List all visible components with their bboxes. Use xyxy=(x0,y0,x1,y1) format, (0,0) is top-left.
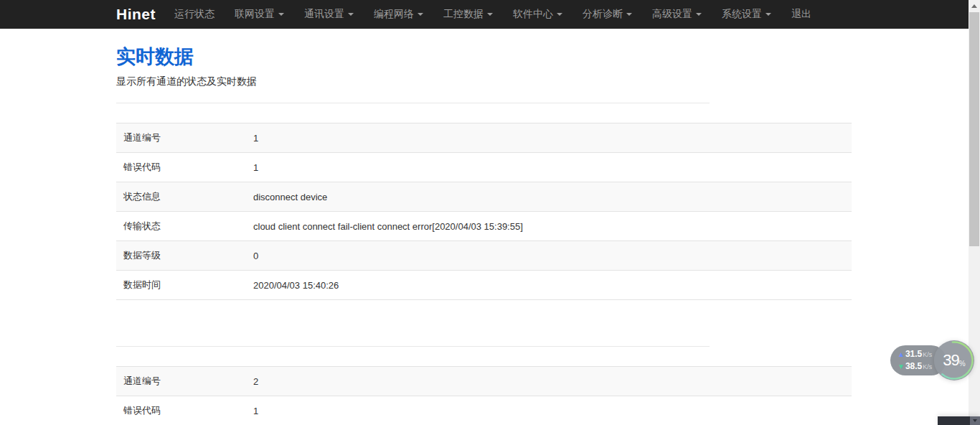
nav-menu: 运行状态 联网设置 通讯设置 编程网络 工控数据 软件中心 分析诊断 高级设置 … xyxy=(164,0,821,29)
table-row: 数据等级 0 xyxy=(116,241,852,271)
section-divider xyxy=(116,346,710,347)
row-value: 1 xyxy=(246,154,265,181)
upload-speed-value: 31.5 xyxy=(905,349,922,360)
page-title: 实时数据 xyxy=(116,44,852,70)
table-row: 状态信息 disconnect device xyxy=(116,182,852,212)
progress-ring-icon xyxy=(934,340,974,380)
download-arrow-icon: ▼ xyxy=(897,361,905,372)
popup-collapse-button[interactable] xyxy=(970,416,980,425)
row-label: 状态信息 xyxy=(116,182,246,211)
caret-down-icon xyxy=(278,13,284,16)
bottom-popup-sliver[interactable] xyxy=(938,416,980,425)
table-row: 数据时间 2020/04/03 15:40:26 xyxy=(116,271,852,300)
nav-item-advanced-settings[interactable]: 高级设置 xyxy=(642,0,712,29)
nav-item-logout[interactable]: 退出 xyxy=(781,0,821,29)
row-label: 传输状态 xyxy=(116,212,246,240)
scrollbar-up-button[interactable] xyxy=(969,0,980,12)
row-value: 2020/04/03 15:40:26 xyxy=(246,272,346,299)
download-speed-value: 38.5 xyxy=(905,361,922,372)
nav-item-industrial-data[interactable]: 工控数据 xyxy=(433,0,503,29)
row-value: disconnect device xyxy=(246,184,334,210)
nav-item-programming-network[interactable]: 编程网络 xyxy=(364,0,433,29)
nav-item-comm-settings[interactable]: 通讯设置 xyxy=(294,0,364,29)
download-speed-unit: K/s xyxy=(923,362,932,373)
caret-down-icon xyxy=(348,13,354,16)
chevron-down-icon xyxy=(973,419,977,422)
main-content: 实时数据 显示所有通道的状态及实时数据 通道编号 1 错误代码 1 状态信息 d… xyxy=(116,29,852,425)
table-row: 错误代码 1 xyxy=(116,153,852,182)
row-value: 1 xyxy=(246,125,265,151)
caret-down-icon xyxy=(487,13,493,16)
triangle-up-icon xyxy=(971,4,977,8)
table-row: 错误代码 1 xyxy=(116,396,852,425)
nav-item-network-settings[interactable]: 联网设置 xyxy=(225,0,294,29)
caret-down-icon xyxy=(765,13,771,16)
row-label: 通道编号 xyxy=(116,123,246,152)
upload-arrow-icon: ▲ xyxy=(897,349,905,360)
row-label: 通道编号 xyxy=(116,367,246,396)
upload-speed-unit: K/s xyxy=(923,350,932,360)
row-value: cloud client connect fail-client connect… xyxy=(246,213,530,240)
scrollbar-thumb[interactable] xyxy=(969,12,979,246)
caret-down-icon xyxy=(557,13,562,16)
table-row: 传输状态 cloud client connect fail-client co… xyxy=(116,212,852,241)
row-label: 数据时间 xyxy=(116,271,246,299)
nav-item-running-status[interactable]: 运行状态 xyxy=(164,0,225,29)
row-label: 数据等级 xyxy=(116,241,246,270)
page-subtitle: 显示所有通道的状态及实时数据 xyxy=(116,75,852,88)
caret-down-icon xyxy=(626,13,632,16)
row-value: 2 xyxy=(246,368,265,395)
header-divider xyxy=(116,103,710,103)
nav-item-analysis-diagnosis[interactable]: 分析诊断 xyxy=(573,0,642,29)
channel-1-table: 通道编号 1 错误代码 1 状态信息 disconnect device 传输状… xyxy=(116,123,852,300)
caret-down-icon xyxy=(696,13,702,16)
nav-item-system-settings[interactable]: 系统设置 xyxy=(712,0,781,29)
row-value: 1 xyxy=(246,398,265,424)
progress-circle-button[interactable]: 39 % xyxy=(934,340,974,380)
brand-logo[interactable]: Hinet xyxy=(116,6,156,23)
table-row: 通道编号 2 xyxy=(116,367,852,396)
caret-down-icon xyxy=(418,13,423,16)
row-value: 0 xyxy=(246,243,265,269)
table-row: 通道编号 1 xyxy=(116,123,852,153)
row-label: 错误代码 xyxy=(116,153,246,182)
channel-2-table: 通道编号 2 错误代码 1 状态信息 disconnect device xyxy=(116,366,852,425)
nav-item-software-center[interactable]: 软件中心 xyxy=(503,0,573,29)
top-navbar: Hinet 运行状态 联网设置 通讯设置 编程网络 工控数据 软件中心 分析诊断… xyxy=(0,0,969,29)
row-label: 错误代码 xyxy=(116,396,246,425)
